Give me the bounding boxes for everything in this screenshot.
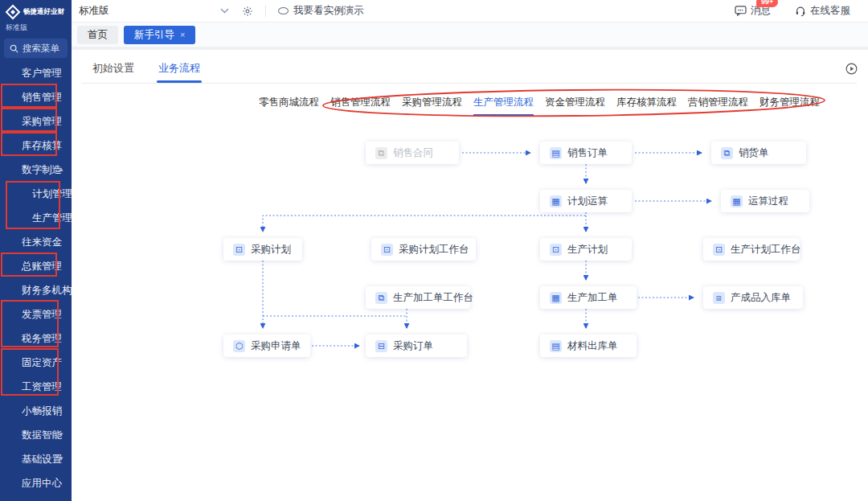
flow-tab-funds[interactable]: 资金管理流程 <box>545 96 605 109</box>
box-icon: ⬡ <box>233 340 245 352</box>
sidebar-item-ledger[interactable]: 总账管理 <box>0 254 72 278</box>
monitor-icon: ⊡ <box>550 244 562 256</box>
close-icon[interactable]: × <box>180 30 185 39</box>
topbar-right: 消息 99+ 在线客服 <box>735 4 868 18</box>
logo: 畅捷通好业财 <box>0 0 72 20</box>
tab-strip: 首页 新手引导 × <box>72 23 868 47</box>
flow-node-material-outbound[interactable]: ▤ 材料出库单 <box>540 335 637 357</box>
monitor-icon: ⊡ <box>713 244 725 256</box>
search-icon <box>10 44 18 53</box>
search-menu-label: 搜索菜单 <box>23 43 59 55</box>
messages-button[interactable]: 消息 99+ <box>735 4 771 18</box>
doc-icon: ▤ <box>550 340 562 352</box>
sidebar-item-planning[interactable]: 计划管理 <box>0 182 72 206</box>
sidebar-item-customer[interactable]: 客户管理 <box>0 61 72 85</box>
version-select[interactable]: 标准版 <box>72 4 229 18</box>
flow-node-sales-delivery[interactable]: ⧉ 销货单 <box>711 142 806 164</box>
chevron-down-icon: ▼ <box>58 423 64 447</box>
sidebar-item-app-center[interactable]: 应用中心 <box>0 471 72 495</box>
node-label: 采购计划 <box>251 243 291 257</box>
flow-node-purchase-plan-workbench[interactable]: ⊡ 采购计划工作台 <box>371 238 476 261</box>
play-circle-icon <box>845 63 858 75</box>
sidebar-item-finance-org[interactable]: 财务多机构 <box>0 278 72 302</box>
demo-icon <box>278 7 289 14</box>
flow-node-plan-calc[interactable]: ▦ 计划运算 <box>540 190 632 212</box>
main-content: 初始设置 业务流程 零售商城流程 销售管理流程 采购管理流程 生产管理流程 资金… <box>72 50 868 501</box>
subtab-initial-setup[interactable]: 初始设置 <box>92 61 134 76</box>
version-select-value: 标准版 <box>79 4 109 18</box>
sidebar-menu: 客户管理 销售管理 采购管理 库存核算 数字制造▲ 计划管理 生产管理 往来资金… <box>0 61 72 495</box>
node-label: 采购申请单 <box>251 339 301 353</box>
divider <box>81 83 857 84</box>
flow-tab-purchase[interactable]: 采购管理流程 <box>402 96 462 109</box>
flow-node-production-plan[interactable]: ⊡ 生产计划 <box>540 238 632 261</box>
flow-tab-finance[interactable]: 财务管理流程 <box>760 96 820 109</box>
demo-link[interactable]: 我要看实例演示 <box>278 4 364 18</box>
play-demo-button[interactable] <box>845 63 858 75</box>
subtab-business-flow[interactable]: 业务流程 <box>158 61 200 76</box>
sidebar: 畅捷通好业财 标准版 搜索菜单 客户管理 销售管理 采购管理 库存核算 数字制造… <box>0 0 72 501</box>
flow-node-purchase-plan[interactable]: ⊡ 采购计划 <box>223 238 302 261</box>
settings-button[interactable] <box>242 6 253 17</box>
tab-home[interactable]: 首页 <box>77 26 118 44</box>
node-label: 生产计划 <box>567 243 608 257</box>
node-label: 生产加工单 <box>567 291 618 305</box>
support-label: 在线客服 <box>810 4 850 18</box>
tab-guide-active[interactable]: 新手引导 × <box>124 26 195 44</box>
search-menu-box[interactable]: 搜索菜单 <box>4 39 68 58</box>
sidebar-item-data-intel[interactable]: 数据智能▼ <box>0 423 72 447</box>
table-icon: ▦ <box>731 195 743 207</box>
clipboard-icon: ⧉ <box>375 292 387 304</box>
sidebar-item-fixed-assets[interactable]: 固定资产 <box>0 351 72 375</box>
flow-tab-inventory[interactable]: 库存核算流程 <box>616 96 677 109</box>
node-label: 运算过程 <box>748 195 788 208</box>
flow-node-work-order[interactable]: ▦ 生产加工单 <box>540 286 637 309</box>
sidebar-item-settings[interactable]: 基础设置▼ <box>0 447 72 471</box>
topbar: 标准版 我要看实例演示 消息 99+ <box>72 0 868 23</box>
table-icon: ▦ <box>550 292 562 304</box>
support-button[interactable]: 在线客服 <box>795 4 850 18</box>
subtabs: 初始设置 业务流程 <box>92 61 200 76</box>
sidebar-item-invoice[interactable]: 发票管理 <box>0 302 72 326</box>
flow-tab-retail[interactable]: 零售商城流程 <box>259 96 319 109</box>
contract-icon: ⧉ <box>375 147 387 159</box>
sidebar-item-sales[interactable]: 销售管理 <box>0 85 72 109</box>
flow-node-finished-goods-inbound[interactable]: ⧈ 产成品入库单 <box>703 286 803 309</box>
headset-icon <box>795 6 806 17</box>
chevron-down-icon: ▼ <box>58 447 64 471</box>
flow-node-sales-order[interactable]: ▤ 销售订单 <box>540 142 632 164</box>
node-label: 销售合同 <box>393 146 433 160</box>
brand-name: 畅捷通好业财 <box>23 8 64 16</box>
flow-tabs: 零售商城流程 销售管理流程 采购管理流程 生产管理流程 资金管理流程 库存核算流… <box>259 96 820 109</box>
monitor-icon: ⊡ <box>233 244 245 256</box>
truck-icon: ⊟ <box>375 340 387 352</box>
sidebar-item-purchase[interactable]: 采购管理 <box>0 109 72 133</box>
node-label: 产成品入库单 <box>731 291 791 305</box>
flow-node-purchase-request[interactable]: ⬡ 采购申请单 <box>223 335 310 357</box>
brand-logo-icon <box>5 4 21 20</box>
flow-node-sales-contract[interactable]: ⧉ 销售合同 <box>366 142 459 164</box>
node-label: 采购订单 <box>393 339 433 353</box>
sidebar-item-inventory[interactable]: 库存核算 <box>0 133 72 158</box>
flow-tab-production[interactable]: 生产管理流程 <box>473 96 534 109</box>
flow-node-calc-process[interactable]: ▦ 运算过程 <box>721 190 809 212</box>
message-icon <box>735 6 747 16</box>
sidebar-item-production[interactable]: 生产管理 <box>0 206 72 230</box>
node-label: 销货单 <box>739 146 769 160</box>
sidebar-item-manufacturing[interactable]: 数字制造▲ <box>0 158 72 182</box>
node-label: 采购计划工作台 <box>399 243 469 257</box>
monitor-icon: ⊡ <box>381 244 393 256</box>
flow-tab-sales[interactable]: 销售管理流程 <box>330 96 391 109</box>
flow-node-production-plan-workbench[interactable]: ⊡ 生产计划工作台 <box>703 238 800 261</box>
node-label: 计划运算 <box>567 195 608 208</box>
gear-icon <box>242 6 253 17</box>
sidebar-item-payroll[interactable]: 工资管理 <box>0 375 72 399</box>
sidebar-item-transactions[interactable]: 往来资金 <box>0 230 72 254</box>
flow-tab-marketing[interactable]: 营销管理流程 <box>688 96 748 109</box>
flow-node-purchase-order[interactable]: ⊟ 采购订单 <box>366 335 467 357</box>
tab-guide-label: 新手引导 <box>134 28 174 42</box>
sidebar-item-tax[interactable]: 税务管理 <box>0 326 72 351</box>
node-label: 生产计划工作台 <box>731 243 801 257</box>
flow-node-work-order-workbench[interactable]: ⧉ 生产加工单工作台 <box>366 286 470 309</box>
sidebar-item-expense[interactable]: 小畅报销 <box>0 399 72 423</box>
